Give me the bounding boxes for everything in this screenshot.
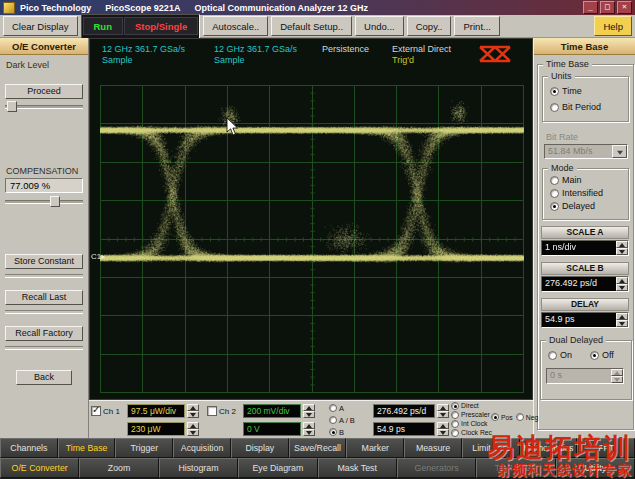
back-button[interactable]: Back <box>16 370 72 385</box>
units-bit-period-radio[interactable]: Bit Period <box>550 102 601 112</box>
recall-last-button[interactable]: Recall Last <box>5 290 83 305</box>
spinner-down-icon[interactable] <box>187 429 199 436</box>
tab-time-base[interactable]: Time Base <box>58 438 116 458</box>
default-setup-button[interactable]: Default Setup.. <box>271 16 352 36</box>
dual-off-radio[interactable]: Off <box>590 350 614 360</box>
slider-thumb[interactable] <box>7 101 17 112</box>
ch2-scale-spinner[interactable] <box>303 404 315 418</box>
slider-thumb[interactable] <box>50 196 60 207</box>
tab-histogram[interactable]: Histogram <box>159 458 238 478</box>
spinner-down-icon[interactable] <box>437 429 449 436</box>
spinner-up-icon[interactable] <box>616 241 628 248</box>
scale-b-spinner[interactable] <box>616 277 628 291</box>
units-time-radio[interactable]: Time <box>550 86 582 96</box>
autoscale-button[interactable]: Autoscale.. <box>203 16 268 36</box>
spinner-down-icon[interactable] <box>616 320 628 327</box>
undo-button[interactable]: Undo... <box>355 16 404 36</box>
delay-readout[interactable]: 54.9 ps <box>373 422 435 436</box>
recall-factory-button[interactable]: Recall Factory <box>5 326 83 341</box>
ch1-offset-value[interactable]: 230 μW <box>127 422 185 436</box>
scale-b-readout[interactable]: 276.492 ps/d <box>373 404 435 418</box>
scale-a-spinner[interactable] <box>616 241 628 255</box>
spinner-down-icon[interactable] <box>616 248 628 255</box>
delay-readout-spinner[interactable] <box>437 422 449 436</box>
spinner-up-icon[interactable] <box>616 277 628 284</box>
tab-save-recall[interactable]: Save/Recall <box>289 438 347 458</box>
mode-main-radio[interactable]: Main <box>550 175 582 185</box>
timebase-a-radio[interactable]: A <box>329 402 355 414</box>
spinner-up-icon[interactable] <box>187 404 199 411</box>
minimize-icon[interactable]: _ <box>583 1 598 14</box>
tab-eye-diagram[interactable]: Eye Diagram <box>238 458 317 478</box>
mode-intensified-radio[interactable]: Intensified <box>550 188 603 198</box>
help-button[interactable]: Help <box>594 16 632 36</box>
tab-marker[interactable]: Marker <box>346 438 404 458</box>
spinner-down-icon[interactable] <box>616 284 628 291</box>
spinner-down-icon[interactable] <box>187 411 199 418</box>
tab-utility[interactable]: Utility <box>556 458 635 478</box>
ch1-scale-spinner[interactable] <box>187 404 199 418</box>
dual-on-radio[interactable]: On <box>548 350 572 360</box>
store-constant-button[interactable]: Store Constant <box>5 254 83 269</box>
stop-single-button[interactable]: Stop/Single <box>124 17 198 35</box>
tab-display[interactable]: Display <box>231 438 289 458</box>
tab-trigger[interactable]: Trigger <box>115 438 173 458</box>
scale-b-combo[interactable]: 276.492 ps/d <box>541 276 629 292</box>
ch2-offset-value[interactable]: 0 V <box>243 422 301 436</box>
tab-fft[interactable]: FFT <box>577 438 635 458</box>
spinner-up-icon[interactable] <box>187 422 199 429</box>
scale-b-readout-spinner[interactable] <box>437 404 449 418</box>
tab-mathematics[interactable]: Mathematics <box>520 438 578 458</box>
run-button[interactable]: Run <box>83 17 123 35</box>
tab-limit-test[interactable]: Limit Test <box>462 438 520 458</box>
radio-icon <box>550 87 559 96</box>
trigger-prescaler-radio[interactable]: Prescaler <box>451 410 492 419</box>
tab-mask-test[interactable]: Mask Test <box>318 458 397 478</box>
spinner-up-icon[interactable] <box>616 313 628 320</box>
ch2-checkbox[interactable] <box>207 406 217 416</box>
compensation-slider[interactable] <box>5 196 83 207</box>
delay-spinner[interactable] <box>616 313 628 327</box>
ch1-checkbox[interactable] <box>91 406 101 416</box>
slope-neg-radio[interactable]: Neg <box>516 413 538 421</box>
ch1-offset-spinner[interactable] <box>187 422 199 436</box>
menu-row-1: Channels Time Base Trigger Acquisition D… <box>0 438 635 458</box>
tab-measure[interactable]: Measure <box>404 438 462 458</box>
delay-combo[interactable]: 54.9 ps <box>541 312 629 328</box>
timebase-ab-radio[interactable]: A / B <box>329 414 355 426</box>
slope-pos-label: Pos <box>501 414 513 421</box>
ch2-controls: Ch 2 200 mV/div 0 V <box>207 402 315 438</box>
tab-acquisition[interactable]: Acquisition <box>173 438 231 458</box>
spinner-down-icon[interactable] <box>303 411 315 418</box>
close-icon[interactable]: ✕ <box>617 1 632 14</box>
spinner-down-icon[interactable] <box>303 429 315 436</box>
maximize-icon[interactable]: □ <box>600 1 615 14</box>
ch2-scale-value[interactable]: 200 mV/div <box>243 404 301 418</box>
mode-delayed-radio[interactable]: Delayed <box>550 201 595 211</box>
trigger-direct-radio[interactable]: Direct <box>451 401 492 410</box>
copy-button[interactable]: Copy.. <box>407 16 452 36</box>
dark-level-slider[interactable] <box>5 101 83 112</box>
spinner-up-icon[interactable] <box>303 422 315 429</box>
waveform-display[interactable] <box>100 85 524 393</box>
spinner-up-icon[interactable] <box>437 422 449 429</box>
spinner-up-icon[interactable] <box>437 404 449 411</box>
trigger-int-clock-radio[interactable]: Int Clock <box>451 419 492 428</box>
spinner-up-icon[interactable] <box>303 404 315 411</box>
tab-oe-converter[interactable]: O/E Converter <box>0 458 79 478</box>
ch2-offset-spinner[interactable] <box>303 422 315 436</box>
scale-a-combo[interactable]: 1 ns/div <box>541 240 629 256</box>
ch1-scale-value[interactable]: 97.5 μW/div <box>127 404 185 418</box>
spinner-down-icon[interactable] <box>437 411 449 418</box>
print-button[interactable]: Print... <box>454 16 499 36</box>
dual-delay-combo: 0 s <box>546 368 624 384</box>
dropdown-arrow-icon <box>612 145 627 158</box>
tab-zoom[interactable]: Zoom <box>79 458 158 478</box>
spinner-up-icon <box>611 369 623 376</box>
timebase-b-radio[interactable]: B <box>329 426 355 438</box>
trigger-clock-rec-radio[interactable]: Clock Rec <box>451 428 492 437</box>
tab-channels[interactable]: Channels <box>0 438 58 458</box>
proceed-button[interactable]: Proceed <box>5 84 83 99</box>
clear-display-button[interactable]: Clear Display <box>3 16 78 36</box>
slope-pos-radio[interactable]: Pos <box>491 413 513 421</box>
